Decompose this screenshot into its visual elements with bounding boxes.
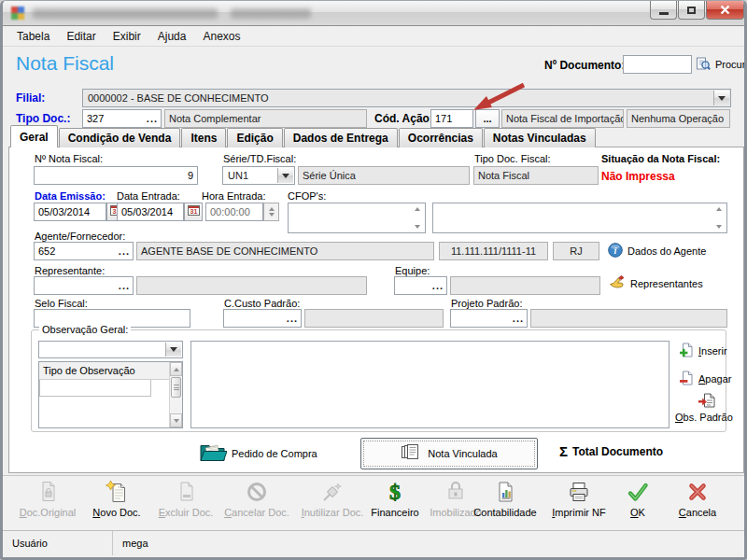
- obs-padrao-button[interactable]: [698, 393, 715, 412]
- projeto-field[interactable]: ...: [450, 309, 528, 328]
- tab-condicao-de-venda[interactable]: Condição de Venda: [59, 128, 181, 147]
- agente-code: 652: [38, 245, 55, 257]
- data-entrada-input[interactable]: [117, 203, 184, 221]
- toolbar-label-inutilizar-doc: Inutilizar Doc.: [302, 507, 364, 518]
- tab-dados-de-entrega[interactable]: Dados de Entrega: [284, 128, 398, 147]
- toolbar-button-ok[interactable]: OK: [619, 479, 656, 527]
- tab-itens[interactable]: Itens: [181, 128, 226, 147]
- inutilizar-doc-icon: [320, 479, 345, 505]
- scroll-arrows[interactable]: [412, 205, 423, 231]
- representantes-label: Representantes: [630, 278, 703, 289]
- documento-input[interactable]: [623, 55, 692, 74]
- scroll-down-button[interactable]: [170, 413, 182, 427]
- page-minus-icon: [679, 371, 694, 387]
- representantes-button[interactable]: Representantes: [609, 275, 703, 291]
- tab-geral[interactable]: Geral: [10, 125, 58, 147]
- serie-desc: Série Única: [298, 166, 470, 185]
- dados-agente-button[interactable]: i Dados do Agente: [608, 243, 706, 259]
- close-button[interactable]: [706, 1, 744, 20]
- financeiro-icon: $: [383, 479, 407, 505]
- observacao-list-row[interactable]: [39, 380, 151, 397]
- statusbar-user-value: mega: [113, 531, 744, 555]
- projeto-lookup-button[interactable]: ...: [513, 310, 524, 327]
- menu-item-editar[interactable]: Editar: [58, 27, 104, 46]
- data-entrada-calendar-button[interactable]: 31: [184, 203, 203, 221]
- status-bar: Usuário mega: [3, 530, 744, 555]
- title-bar: [3, 1, 744, 26]
- ccusto-label: C.Custo Padrão:: [224, 298, 300, 309]
- total-documento-button[interactable]: Σ Total Documento: [559, 443, 663, 459]
- scroll-arrows[interactable]: [713, 205, 725, 231]
- cfop-list-1[interactable]: [288, 203, 426, 233]
- data-emissao-input[interactable]: [34, 203, 106, 221]
- toolbar-button-imprimir-nf[interactable]: Imprimir NF: [549, 479, 609, 527]
- excluir-doc-icon: [174, 479, 198, 505]
- menu-item-anexos[interactable]: Anexos: [194, 27, 248, 46]
- toolbar-button-novo-doc[interactable]: Novo Doc.: [87, 479, 147, 527]
- cfop-list-2[interactable]: [432, 203, 727, 233]
- toolbar-label-novo-doc: Novo Doc.: [92, 507, 140, 518]
- agente-nome: AGENTE BASE DE CONHECIMENTO: [136, 242, 434, 260]
- representante-lookup-button[interactable]: ...: [119, 277, 130, 294]
- menu-item-ajuda[interactable]: Ajuda: [149, 27, 195, 46]
- scroll-thumb[interactable]: [171, 377, 181, 398]
- tab-ocorrencias[interactable]: Ocorrências: [399, 128, 483, 147]
- serie-combobox[interactable]: UN1: [222, 166, 295, 185]
- tab-notas-vinculadas[interactable]: Notas Vinculadas: [484, 128, 596, 147]
- hora-entrada-spinner[interactable]: [263, 203, 279, 221]
- tipo-fiscal-value: Nota Fiscal: [473, 166, 599, 185]
- hora-entrada-input[interactable]: [205, 203, 263, 221]
- representante-label: Representante:: [35, 265, 105, 276]
- equipe-lookup-button[interactable]: ...: [432, 277, 444, 294]
- svg-text:$: $: [389, 480, 401, 504]
- page-arrow-icon: [698, 395, 715, 411]
- chevron-down-icon: [165, 343, 181, 357]
- agente-code-field[interactable]: 652 ...: [34, 242, 134, 260]
- menu-item-exibir[interactable]: Exibir: [105, 27, 149, 46]
- observacao-combobox[interactable]: [38, 341, 183, 358]
- tipo-doc-lookup-button[interactable]: ...: [147, 110, 158, 127]
- pedido-compra-button[interactable]: Pedido de Compra: [199, 441, 317, 466]
- svg-text:31: 31: [190, 208, 197, 215]
- toolbar-label-imprimir-nf: Imprimir NF: [552, 507, 605, 518]
- apagar-button[interactable]: Apagar: [679, 371, 731, 387]
- ok-icon: [626, 479, 650, 505]
- nf-input[interactable]: [34, 166, 198, 185]
- tipo-doc-code: 327: [87, 113, 104, 124]
- tipo-doc-code-field[interactable]: 327 ...: [82, 109, 162, 128]
- nota-vinculada-button[interactable]: Nota Vinculada: [360, 438, 538, 469]
- inserir-button[interactable]: Inserir: [679, 343, 727, 359]
- maximize-button[interactable]: [678, 1, 705, 20]
- observacao-textarea[interactable]: [190, 341, 669, 428]
- procurar-button[interactable]: Procurar: [696, 56, 747, 73]
- toolbar-button-contabilidade[interactable]: Contabilidade: [470, 479, 541, 527]
- dados-agente-label: Dados do Agente: [627, 245, 706, 257]
- toolbar-button-cancela[interactable]: Cancela: [669, 479, 726, 527]
- ccusto-field[interactable]: ...: [223, 309, 302, 328]
- folder-icon: [199, 441, 227, 466]
- agente-label: Agente/Fornecedor:: [35, 231, 125, 242]
- menu-item-tabela[interactable]: Tabela: [8, 27, 58, 46]
- toolbar-button-doc-original: Doc.Original: [12, 479, 83, 527]
- obs-padrao-label[interactable]: Obs. Padrão: [675, 412, 733, 423]
- total-documento-label: Total Documento: [572, 445, 663, 458]
- imprimir-nf-icon: [567, 479, 591, 505]
- filial-combobox[interactable]: 0000002 - BASE DE CONHECIMENTO: [82, 89, 731, 107]
- procurar-label: Procurar: [715, 59, 747, 70]
- nf-label: Nº Nota Fiscal:: [35, 153, 103, 164]
- minimize-button[interactable]: [650, 1, 677, 20]
- equipe-desc: [450, 276, 600, 295]
- toolbar-button-financeiro[interactable]: $Financeiro: [367, 479, 423, 527]
- equipe-code-field[interactable]: ...: [394, 276, 447, 295]
- representante-code-field[interactable]: ...: [34, 276, 134, 295]
- tab-edicao[interactable]: Edição: [227, 128, 282, 147]
- scroll-up-button[interactable]: [170, 362, 182, 376]
- observacao-list[interactable]: Tipo de Observação: [38, 361, 183, 428]
- agente-lookup-button[interactable]: ...: [119, 243, 130, 259]
- toolbar-label-ok: OK: [630, 507, 645, 518]
- projeto-label: Projeto Padrão:: [451, 298, 522, 309]
- hora-entrada-label: Hora Entrada:: [202, 190, 265, 202]
- toolbar-label-excluir-doc: Excluir Doc.: [159, 507, 214, 518]
- ccusto-lookup-button[interactable]: ...: [287, 310, 298, 327]
- contabilidade-icon: [493, 479, 517, 505]
